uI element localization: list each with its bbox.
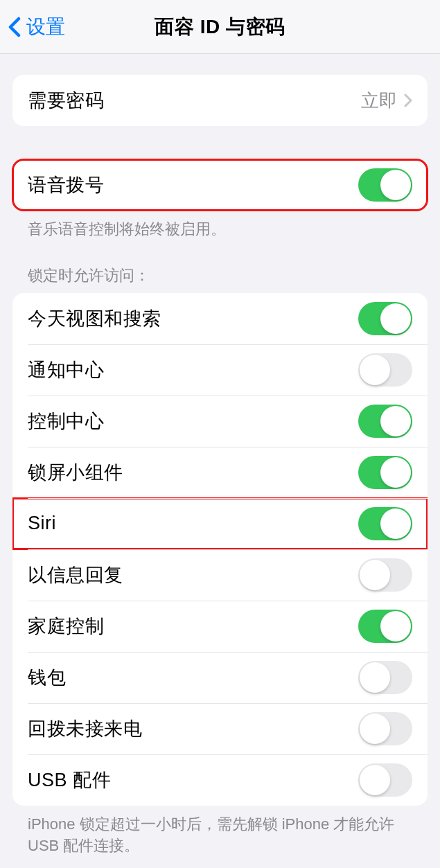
locked-access-toggle[interactable]: [358, 763, 412, 797]
locked-access-row: 锁屏小组件: [12, 447, 428, 498]
locked-access-row: 家庭控制: [12, 601, 428, 652]
locked-access-row: 控制中心: [12, 396, 428, 447]
voice-dial-toggle[interactable]: [358, 168, 412, 202]
locked-access-group: 今天视图和搜索通知中心控制中心锁屏小组件Siri以信息回复家庭控制钱包回拨未接来…: [12, 293, 428, 806]
chevron-left-icon: [8, 17, 21, 37]
locked-access-toggle[interactable]: [358, 353, 412, 387]
locked-access-row: USB 配件: [12, 754, 428, 806]
require-passcode-row[interactable]: 需要密码 立即: [12, 75, 428, 126]
locked-access-item-label: 锁屏小组件: [28, 460, 123, 485]
locked-access-row: 以信息回复: [12, 549, 428, 601]
locked-access-item-label: 以信息回复: [28, 563, 123, 587]
locked-access-row: 钱包: [12, 652, 428, 703]
locked-access-toggle[interactable]: [358, 405, 412, 438]
locked-access-footer: iPhone 锁定超过一小时后，需先解锁 iPhone 才能允许USB 配件连接…: [12, 806, 428, 857]
voice-dial-row: 语音拨号: [12, 159, 428, 211]
locked-access-toggle[interactable]: [358, 456, 412, 489]
require-passcode-label: 需要密码: [28, 88, 104, 113]
locked-access-toggle[interactable]: [358, 558, 412, 592]
locked-access-row: 回拨未接来电: [12, 703, 428, 754]
locked-access-row: Siri: [12, 498, 428, 549]
locked-access-item-label: 通知中心: [28, 357, 104, 382]
navigation-bar: 设置 面容 ID 与密码: [0, 0, 440, 54]
locked-access-header: 锁定时允许访问：: [12, 265, 428, 293]
locked-access-item-label: USB 配件: [28, 768, 111, 792]
voice-dial-label: 语音拨号: [28, 172, 104, 197]
voice-dial-footer: 音乐语音控制将始终被启用。: [12, 211, 428, 240]
chevron-right-icon: [404, 94, 412, 107]
back-label: 设置: [26, 14, 65, 40]
require-passcode-group: 需要密码 立即: [12, 75, 428, 126]
locked-access-row: 今天视图和搜索: [12, 293, 428, 344]
locked-access-toggle[interactable]: [358, 661, 412, 694]
require-passcode-value: 立即: [361, 89, 397, 113]
back-button[interactable]: 设置: [8, 14, 65, 40]
page-title: 面容 ID 与密码: [155, 14, 285, 40]
locked-access-item-label: 今天视图和搜索: [28, 306, 161, 331]
voice-dial-group: 语音拨号: [12, 159, 428, 211]
locked-access-toggle[interactable]: [358, 507, 412, 540]
locked-access-toggle[interactable]: [358, 610, 412, 643]
locked-access-item-label: 控制中心: [28, 409, 104, 434]
locked-access-toggle[interactable]: [358, 302, 412, 335]
locked-access-item-label: 钱包: [28, 665, 66, 690]
locked-access-item-label: Siri: [28, 513, 56, 534]
locked-access-item-label: 家庭控制: [28, 614, 104, 639]
locked-access-toggle[interactable]: [358, 712, 412, 745]
locked-access-item-label: 回拨未接来电: [28, 716, 142, 741]
locked-access-row: 通知中心: [12, 344, 428, 396]
